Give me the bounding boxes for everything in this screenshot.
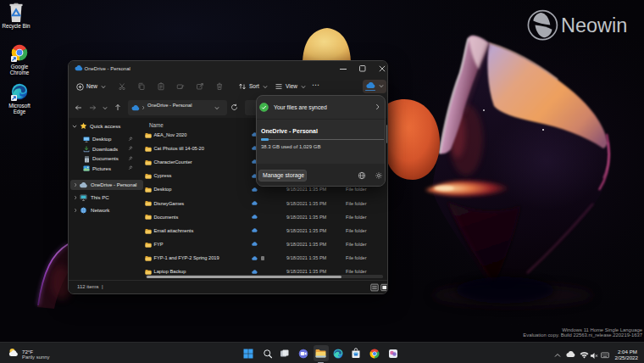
svg-text:Neowin: Neowin xyxy=(561,14,627,36)
